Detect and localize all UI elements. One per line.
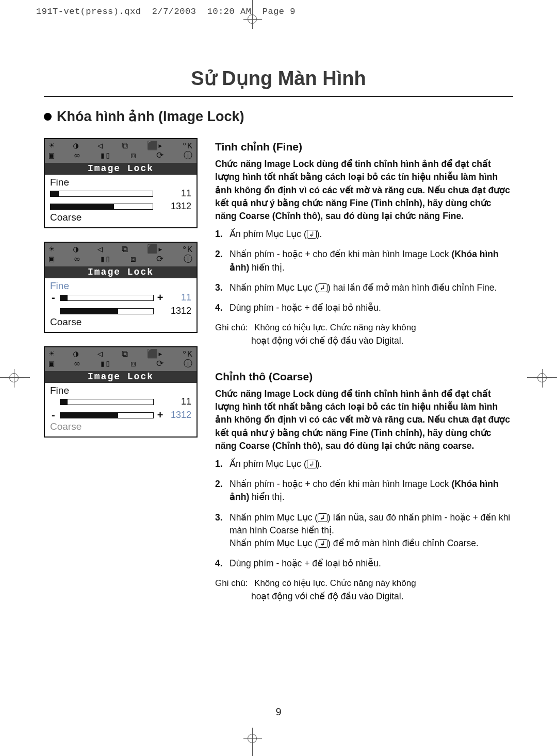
step-item: 3. Nhấn phím Mục Lục (↲) hai lần để mở m… [215, 281, 513, 294]
step-number: 1. [215, 458, 225, 471]
screen-icon: ⧈ [130, 360, 136, 368]
osd-fine-bar [60, 399, 154, 405]
osd-panel-default: ☀ ◑ ◁ ⧉ ⬛▸ °K ▣ ∞ ▮▯ ⧈ ⟳ ⓘ [44, 138, 198, 228]
osd-icon-area: ☀ ◑ ◁ ⧉ ⬛▸ °K ▣ ∞ ▮▯ ⧈ ⟳ ⓘ [45, 139, 196, 163]
crop-bar-icon [527, 377, 557, 378]
osd-fine-label: Fine [50, 177, 191, 188]
image-lock-icon: ◁ [97, 350, 103, 359]
position-icon: ⧉ [122, 350, 128, 359]
registration-mark-bottom-icon [243, 730, 262, 748]
bars-icon: ▮▯ [100, 360, 110, 368]
osd-coarse-label: Coarse [50, 212, 191, 223]
osd-coarse-label: Coarse [50, 421, 191, 432]
image-lock-icon: ◁ [97, 142, 103, 150]
size-icon: ⬛▸ [147, 350, 163, 359]
screen-icon: ⧈ [130, 152, 136, 160]
section-heading: Khóa hình ảnh (Image Lock) [44, 108, 513, 125]
fine-paragraph: Chức năng Image Lock dùng để tinh chỉnh … [215, 158, 513, 223]
step-text: Dùng phím - hoặc + để loại bỏ nhiễu. [230, 557, 381, 570]
osd-icon-area: ☀ ◑ ◁ ⧉ ⬛▸ °K ▣ ∞ ▮▯ ⧈ ⟳ ⓘ [45, 243, 196, 266]
osd-coarse-label: Coarse [50, 316, 191, 328]
image-lock-icon: ◁ [97, 245, 103, 254]
bars-icon: ▮▯ [100, 255, 110, 264]
osd-coarse-value: 1312 [167, 201, 191, 212]
step-number: 1. [215, 228, 225, 241]
geometry-icon: ▣ [49, 360, 54, 368]
minus-icon: - [50, 409, 57, 421]
page-title: Sử Dụng Màn Hình [44, 67, 513, 97]
osd-fine-bar [50, 191, 153, 197]
step-item: 4. Dùng phím - hoặc + để loại bỏ nhiễu. [215, 557, 513, 570]
note-text: Không có hiệu lực. Chức năng này không [254, 322, 416, 334]
left-column: ☀ ◑ ◁ ⧉ ⬛▸ °K ▣ ∞ ▮▯ ⧈ ⟳ ⓘ [44, 138, 198, 603]
crop-bar-icon [0, 377, 30, 378]
registration-mark-right-icon [533, 369, 552, 388]
page-content: Sử Dụng Màn Hình Khóa hình ảnh (Image Lo… [44, 67, 513, 715]
step-text: Nhấn phím - hoặc + cho đến khi màn hình … [230, 478, 513, 503]
bullet-icon [44, 113, 52, 121]
contrast-icon: ◑ [73, 142, 78, 150]
step-item: 2. Nhấn phím - hoặc + cho đến khi màn hì… [215, 478, 513, 503]
osd-title: Image Lock [45, 163, 196, 175]
color-temp-icon: °K [182, 245, 192, 254]
fine-steps: 1. Ấn phím Mục Lục (↲). 2. Nhấn phím - h… [215, 228, 513, 314]
contrast-icon: ◑ [73, 350, 78, 359]
color-temp-icon: °K [182, 142, 192, 150]
plus-icon: + [157, 292, 163, 304]
coarse-paragraph: Chức năng Image Lock dùng để tinh chỉnh … [215, 388, 513, 452]
info-icon: ⓘ [184, 152, 192, 160]
step-number: 2. [215, 248, 225, 274]
crop-bar-icon [252, 0, 253, 28]
osd-fine-label: Fine [50, 385, 191, 396]
step-text: Nhấn phím Mục Lục (↲) hai lần để mở màn … [230, 281, 497, 294]
crop-bar-icon [252, 728, 253, 756]
note-label: Ghi chú: [215, 577, 248, 590]
brightness-icon: ☀ [49, 245, 54, 254]
plus-icon: + [157, 409, 163, 421]
osd-coarse-bar [50, 204, 153, 210]
osd-coarse-value: 1312 [167, 306, 191, 316]
step-number: 3. [215, 511, 225, 550]
loop-icon: ∞ [74, 360, 79, 368]
osd-fine-label: Fine [50, 280, 191, 292]
size-icon: ⬛▸ [147, 245, 163, 254]
step-number: 4. [215, 301, 225, 314]
geometry-icon: ▣ [49, 255, 54, 264]
coarse-steps: 1. Ấn phím Mục Lục (↲). 2. Nhấn phím - h… [215, 458, 513, 570]
section-heading-text: Khóa hình ảnh (Image Lock) [57, 108, 244, 125]
step-item: 1. Ấn phím Mục Lục (↲). [215, 228, 513, 241]
right-column: Tinh chỉnh (Fine) Chức năng Image Lock d… [215, 138, 513, 603]
osd-panel-coarse-selected: ☀ ◑ ◁ ⧉ ⬛▸ °K ▣ ∞ ▮▯ ⧈ ⟳ ⓘ [44, 346, 198, 438]
enter-key-icon: ↲ [318, 513, 327, 522]
fine-heading: Tinh chỉnh (Fine) [215, 139, 513, 155]
osd-fine-bar [60, 295, 154, 301]
step-text: Nhấn phím Mục Lục (↲) lần nữa, sau đó nh… [230, 511, 513, 550]
brightness-icon: ☀ [49, 142, 54, 150]
osd-title: Image Lock [45, 371, 196, 383]
osd-panel-fine-selected: ☀ ◑ ◁ ⧉ ⬛▸ °K ▣ ∞ ▮▯ ⧈ ⟳ ⓘ [44, 242, 198, 333]
reset-icon: ⟳ [156, 152, 163, 160]
step-number: 2. [215, 478, 225, 503]
color-temp-icon: °K [182, 350, 192, 359]
step-text: Ấn phím Mục Lục (↲). [230, 458, 322, 471]
registration-mark-left-icon [5, 369, 24, 388]
step-number: 3. [215, 281, 225, 294]
osd-fine-value: 11 [167, 396, 191, 407]
osd-fine-value: 11 [167, 188, 191, 199]
step-text: Ấn phím Mục Lục (↲). [230, 228, 322, 241]
note-text: Không có hiệu lực. Chức năng này không [254, 577, 416, 590]
coarse-note: Ghi chú: Không có hiệu lực. Chức năng nà… [215, 577, 513, 590]
osd-coarse-bar [60, 308, 154, 314]
reset-icon: ⟳ [156, 255, 163, 264]
loop-icon: ∞ [74, 152, 79, 160]
coarse-heading: Chỉnh thô (Coarse) [215, 369, 513, 384]
position-icon: ⧉ [122, 142, 128, 150]
bars-icon: ▮▯ [100, 152, 110, 160]
page-number: 9 [0, 706, 557, 718]
reset-icon: ⟳ [156, 360, 163, 368]
note-text-line2: hoạt động với chế độ đầu vào Digital. [215, 590, 513, 603]
geometry-icon: ▣ [49, 152, 54, 160]
step-item: 3. Nhấn phím Mục Lục (↲) lần nữa, sau đó… [215, 511, 513, 550]
note-text-line2: hoạt động với chế độ đầu vào Digital. [215, 334, 513, 347]
info-icon: ⓘ [184, 255, 192, 264]
